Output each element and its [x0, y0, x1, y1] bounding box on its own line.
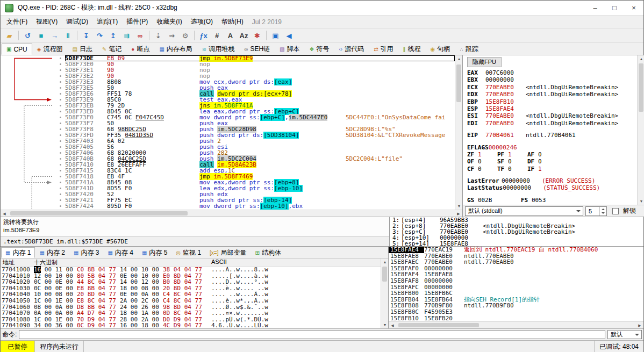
calling-convention-combo[interactable]: 默认 (stdcall) [465, 206, 583, 216]
tab-局部变量[interactable]: [x=]局部变量 [205, 247, 251, 258]
spinner-down-icon[interactable] [600, 211, 606, 215]
args-count-spinner[interactable]: 5 [585, 206, 607, 216]
memory-row[interactable]: 7704100016 00 11 00C0 8B 04 7714 00 10 0… [1, 267, 381, 273]
flag-AF[interactable]: AF 0 [527, 151, 557, 158]
scroll-down-icon[interactable]: ▼ [381, 321, 389, 328]
unlock-checkbox[interactable] [612, 208, 619, 214]
argument-row[interactable]: 5:[esp+14]15E8FAE8 [392, 241, 643, 246]
menu-item[interactable]: 文件(F) [2, 16, 32, 28]
stack-row[interactable]: 15E8FB0015E8FB6C [389, 290, 643, 297]
memory-vscrollbar[interactable]: ▲ ▼ [381, 258, 388, 328]
tab-内存 4[interactable]: ▦内存 4 [103, 247, 137, 258]
tab-断点[interactable]: ●断点 [126, 44, 154, 55]
favourites-star-button[interactable]: ✱ [251, 30, 264, 42]
command-input[interactable] [19, 330, 605, 339]
tab-脚本[interactable]: ▨脚本 [275, 44, 304, 55]
tab-内存 5[interactable]: ▦内存 5 [138, 247, 171, 258]
trace-over-button[interactable]: ⇝ [165, 30, 178, 42]
step-out-button[interactable]: ↥ [106, 30, 120, 42]
tab-笔记[interactable]: ✎笔记 [97, 44, 126, 55]
registers-vscrollbar[interactable]: ▲ ▼ [637, 55, 644, 205]
run-to-user-code-button[interactable]: ⇉ [120, 30, 133, 42]
stack-row[interactable]: 15E8FAF800000000 [389, 278, 643, 284]
register-ESP[interactable]: ESP15E8FAE4 [467, 105, 637, 112]
stack-row[interactable]: 15E8FB0CF45905E3 [389, 309, 643, 315]
menu-item[interactable]: 追踪(T) [92, 16, 122, 28]
pause-button[interactable]: ‖ [61, 30, 75, 42]
maximize-button[interactable]: □ [605, 1, 624, 15]
flag-ZF[interactable]: ZF 1 [467, 151, 497, 158]
tab-内存 2[interactable]: ▦内存 2 [35, 247, 69, 258]
tab-日志[interactable]: ▤日志 [68, 44, 97, 55]
run-button[interactable]: → [48, 30, 61, 42]
tab-句柄[interactable]: ◉句柄 [426, 44, 455, 55]
memory-row[interactable]: 770410700A 00 0A 00A4 D7 04 7718 00 1A 0… [1, 310, 381, 317]
stack-hscrollbar[interactable]: ◀ ▶ [389, 321, 643, 328]
register-ESI[interactable]: ESI770EABE0<ntdll.DbgUiRemoteBreakin> [467, 112, 637, 119]
tab-内存 1[interactable]: ▦内存 1 [1, 247, 35, 258]
calculator-fx-button[interactable]: ƒx [197, 30, 210, 42]
register-LastStatus[interactable]: LastStatus00000000(STATUS_SUCCESS) [467, 184, 637, 191]
tab-符号[interactable]: ❖符号 [305, 44, 334, 55]
tab-线程[interactable]: ∥线程 [398, 44, 426, 55]
register-EBX[interactable]: EBX00000000 [467, 76, 637, 83]
step-into-button[interactable]: ↧ [80, 30, 93, 42]
flag-SF[interactable]: SF 0 [497, 158, 527, 165]
trace-into-button[interactable]: ⇣ [152, 30, 165, 42]
stop-button[interactable]: ■ [34, 30, 48, 42]
register-EIP[interactable]: EIP770B4061ntdll.770B4061 [467, 132, 637, 139]
disasm-row[interactable]: 5D8F7424895D F0mov dword ptr ss:[ebp-10]… [1, 203, 455, 209]
scroll-down-icon[interactable]: ▼ [455, 203, 463, 210]
restart-button[interactable]: ↺ [21, 30, 34, 42]
cpu-chip-button[interactable]: ▣ [269, 30, 282, 42]
close-button[interactable]: × [624, 1, 643, 15]
memory-row[interactable]: 770410501C 00 1E 00E8 8C 04 772A 00 2C 0… [1, 298, 381, 304]
patches-hash-button[interactable]: # [210, 30, 224, 42]
settings-gear-button[interactable]: ⚙ [178, 30, 192, 42]
scroll-down-icon[interactable]: ▼ [638, 198, 644, 205]
register-ECX[interactable]: ECX770EABE0<ntdll.DbgUiRemoteBreakin> [467, 84, 637, 91]
tab-调用堆栈[interactable]: ≋调用堆栈 [197, 44, 239, 55]
menu-item[interactable]: 帮助(H) [217, 16, 248, 28]
menu-item[interactable]: 插件(P) [122, 16, 152, 28]
tab-内存布局[interactable]: ▦内存布局 [154, 44, 197, 55]
stack-row[interactable]: 15E8FAE4770EAC19返回到 ntdll.770EAC19 自 ntd… [389, 247, 643, 253]
tab-跟踪[interactable]: ∴跟踪 [455, 44, 483, 55]
menu-item[interactable]: 调试(D) [62, 16, 92, 28]
open-file-button[interactable]: ▰ [3, 30, 16, 42]
tab-引用[interactable]: ⇄引用 [369, 44, 398, 55]
animate-button[interactable]: ∞ [133, 30, 147, 42]
flag-IF[interactable]: IF 1 [527, 166, 557, 173]
flag-PF[interactable]: PF 1 [497, 151, 527, 158]
scroll-up-icon[interactable]: ▲ [638, 55, 644, 62]
flag-CF[interactable]: CF 0 [467, 166, 497, 173]
flag-GS[interactable]: GS 002B [467, 197, 521, 204]
disasm-hscrollbar[interactable]: ◀ ▶ [1, 210, 462, 217]
disasm-vscrollbar[interactable]: ▲ ▼ [455, 55, 462, 210]
tab-CPU[interactable]: ▣CPU [2, 44, 32, 55]
flag-DF[interactable]: DF 0 [527, 158, 557, 165]
assemble-a-button[interactable]: A [224, 30, 237, 42]
stack-row[interactable]: 15E8FB1015E8FB20 [389, 315, 643, 321]
register-EFLAGS[interactable]: EFLAGS00000246 [467, 144, 637, 151]
menu-item[interactable]: 选项(O) [187, 16, 217, 28]
menu-item[interactable]: 视图(V) [32, 16, 62, 28]
register-EBP[interactable]: EBP15E8FB10 [467, 98, 637, 105]
tab-流程图[interactable]: ◈流程图 [32, 44, 68, 55]
register-EDI[interactable]: EDI770EABE0<ntdll.DbgUiRemoteBreakin> [467, 120, 637, 127]
spinner-up-icon[interactable] [600, 207, 606, 211]
argument-row[interactable]: 4:[esp+10]00000000 [392, 235, 643, 241]
minimize-button[interactable]: – [585, 1, 605, 15]
step-over-button[interactable]: ↷ [93, 30, 106, 42]
tab-SEH链[interactable]: ∞SEH链 [239, 44, 275, 55]
menu-item[interactable]: 收藏夹(I) [152, 16, 186, 28]
hide-fpu-button[interactable]: 隐藏FPU [467, 57, 502, 67]
tab-监视 1[interactable]: ◎监视 1 [171, 247, 205, 258]
register-EDX[interactable]: EDX770EABE0<ntdll.DbgUiRemoteBreakin> [467, 91, 637, 98]
register-LastError[interactable]: LastError00000000(ERROR_SUCCESS) [467, 177, 637, 184]
command-profile-combo[interactable]: 默认 [607, 330, 642, 339]
scroll-up-icon[interactable]: ▲ [455, 55, 463, 62]
flag-FS[interactable]: FS 0053 [521, 197, 575, 204]
tab-源代码[interactable]: ‹›源代码 [334, 44, 369, 55]
tab-结构体[interactable]: ⊞结构体 [251, 247, 285, 258]
